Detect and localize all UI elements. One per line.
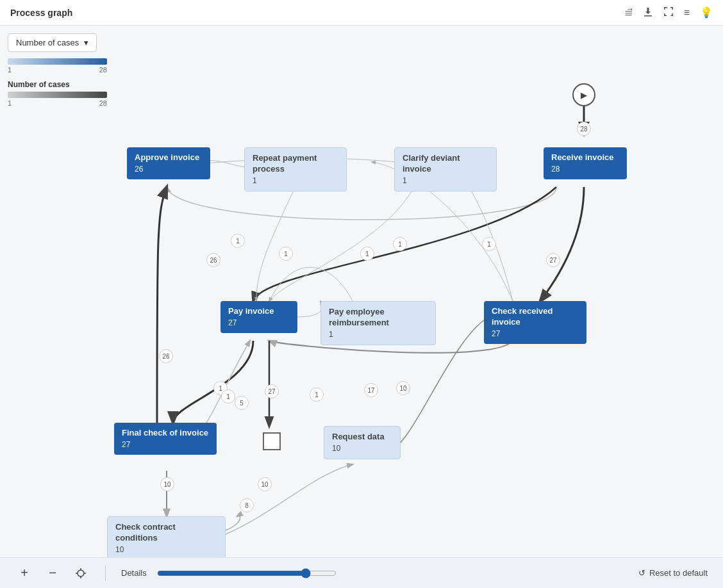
svg-point-2 (78, 570, 84, 576)
node-count: 1 (329, 330, 428, 340)
details-label: Details (121, 568, 147, 578)
edge-label-10a: 10 (396, 381, 410, 395)
node-label: Check contract conditions (115, 522, 217, 544)
start-event[interactable]: ▶ (572, 83, 595, 106)
details-slider[interactable] (157, 568, 337, 578)
node-receive-invoice[interactable]: Receive invoice 28 (544, 147, 627, 179)
slider-container (157, 568, 628, 578)
node-pay-invoice[interactable]: Pay invoice 27 (220, 301, 297, 333)
node-count: 1 (403, 176, 488, 186)
end-event[interactable] (263, 432, 281, 450)
filter-icon[interactable]: ≡⃗ (624, 6, 633, 19)
page-title: Process graph (10, 8, 72, 18)
node-label: Approve invoice (135, 152, 203, 163)
zoom-out-button[interactable]: − (44, 564, 62, 582)
node-check-contract[interactable]: Check contract conditions 10 (107, 516, 226, 560)
menu-icon[interactable]: ≡ (684, 7, 690, 19)
node-label: Clarify deviant invoice (403, 153, 488, 175)
node-label: Pay invoice (228, 306, 290, 317)
reset-button[interactable]: ↺ Reset to default (638, 568, 708, 578)
color-bar (8, 58, 107, 65)
connections-svg (0, 26, 723, 562)
node-count: 27 (228, 318, 290, 329)
edge-label-5: 5 (235, 396, 249, 410)
zoom-in-button[interactable]: + (15, 564, 33, 582)
edge-label-8: 8 (240, 498, 254, 512)
reset-icon: ↺ (638, 568, 645, 578)
node-count: 27 (122, 440, 209, 450)
node-count: 10 (332, 444, 392, 454)
node-label: Repeat payment process (253, 153, 338, 175)
edge-label-1a: 1 (482, 237, 496, 251)
bottom-bar: + − Details ↺ Reset to default (0, 557, 723, 588)
toolbar-divider (105, 566, 106, 581)
edge-label-1g: 1 (221, 389, 235, 404)
node-final-check[interactable]: Final check of invoice 27 (114, 423, 217, 455)
node-label: Pay employee reimbursement (329, 307, 428, 329)
edge-label-28-start: 28 (577, 122, 591, 136)
node-count: 28 (551, 165, 619, 175)
color-bar-labels: 1 28 (8, 66, 107, 74)
num-cases-label: Number of cases (8, 80, 107, 89)
node-label: Final check of invoice (122, 428, 209, 439)
node-clarify-deviant[interactable]: Clarify deviant invoice 1 (394, 147, 497, 192)
top-bar: Process graph ≡⃗ ≡ 💡 (0, 0, 723, 26)
edge-label-1e: 1 (231, 234, 245, 248)
toolbar-icons: ≡⃗ ≡ 💡 (624, 6, 713, 19)
node-request-data[interactable]: Request data 10 (324, 426, 401, 459)
edge-label-1h: 1 (310, 388, 324, 402)
edge-label-26: 26 (206, 253, 220, 267)
gray-bar-labels: 1 28 (8, 99, 107, 107)
node-count: 27 (492, 329, 579, 339)
node-approve-invoice[interactable]: Approve invoice 26 (127, 147, 210, 179)
start-icon: ▶ (581, 90, 587, 100)
graph-canvas: Number of cases ▾ 1 28 Number of cases 1… (0, 26, 723, 562)
node-label: Request data (332, 432, 392, 443)
edge-label-27b: 27 (265, 384, 279, 398)
node-count: 26 (135, 165, 203, 175)
edge-label-10b: 10 (160, 477, 174, 491)
bulb-icon[interactable]: 💡 (700, 6, 713, 19)
node-count: 10 (115, 545, 217, 555)
node-count: 1 (253, 176, 338, 186)
node-pay-employee[interactable]: Pay employee reimbursement 1 (320, 301, 436, 345)
node-check-received[interactable]: Check received invoice 27 (484, 301, 586, 344)
node-label: Receive invoice (551, 152, 619, 163)
color-scale: 1 28 (8, 58, 107, 74)
crosshair-button[interactable] (72, 564, 90, 582)
sidebar-controls: Number of cases ▾ 1 28 Number of cases 1… (8, 33, 107, 107)
fullscreen-icon[interactable] (663, 6, 674, 19)
edge-label-1d: 1 (279, 247, 293, 261)
edge-label-1c: 1 (360, 247, 374, 261)
download-icon[interactable] (643, 6, 653, 19)
edge-label-17: 17 (364, 383, 378, 397)
node-repeat-payment[interactable]: Repeat payment process 1 (244, 147, 347, 192)
gray-bar (8, 92, 107, 98)
edge-label-27: 27 (546, 253, 560, 267)
edge-label-1b: 1 (393, 237, 407, 251)
node-label: Check received invoice (492, 306, 579, 328)
edge-label-26b: 26 (159, 349, 173, 363)
edge-label-10c: 10 (258, 477, 272, 491)
number-of-cases-dropdown[interactable]: Number of cases ▾ (8, 33, 97, 52)
